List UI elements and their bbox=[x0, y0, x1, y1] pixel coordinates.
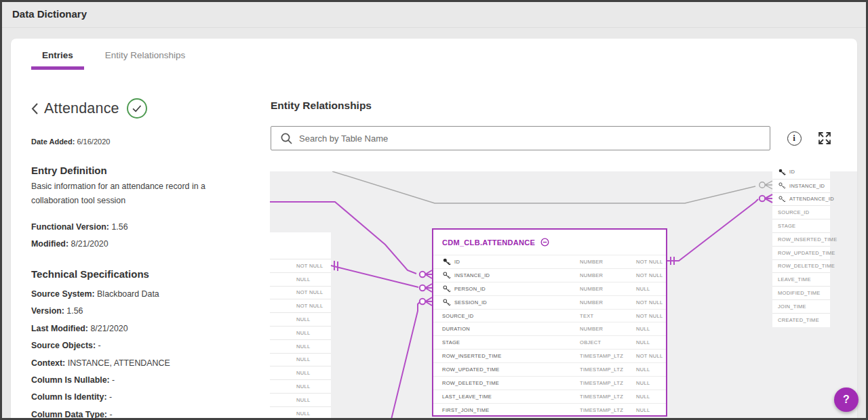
table-row: JOIN_TIME bbox=[772, 299, 830, 313]
info-icon: i bbox=[787, 131, 802, 146]
entity-table-name: CDM_CLB.ATTENDANCE bbox=[442, 238, 535, 247]
collapse-icon[interactable] bbox=[540, 238, 549, 247]
page-header: Data Dictionary bbox=[2, 2, 866, 28]
tab-entries-label: Entries bbox=[42, 50, 73, 60]
search-icon bbox=[280, 132, 293, 145]
table-row: FIRST_JOIN_TIMETIMESTAMP_LTZNULL bbox=[433, 403, 666, 417]
foreign-key-icon bbox=[778, 182, 786, 190]
entry-definition-heading: Entry Definition bbox=[31, 165, 107, 176]
entity-table-cdm-clb-attendance[interactable]: CDM_CLB.ATTENDANCE IDNUMBERNOT NULL INST… bbox=[432, 228, 667, 417]
table-row: ATTENDANCE_ID bbox=[772, 192, 830, 206]
fullscreen-button[interactable] bbox=[816, 130, 833, 146]
spec-row: Column Data Type: - bbox=[31, 406, 170, 420]
table-row: ROW_UPDATED_TIMETIMESTAMP_LTZNULL bbox=[433, 362, 666, 376]
info-button[interactable]: i bbox=[786, 130, 802, 146]
table-row: NULL bbox=[270, 353, 331, 366]
table-row: ROW_DELETED_TIME bbox=[772, 259, 830, 273]
table-row: SOURCE_IDTEXTNOT NULL bbox=[433, 309, 666, 322]
technical-specifications-heading: Technical Specifications bbox=[31, 268, 149, 280]
table-row: ROW_INSERTED_TIMETIMESTAMP_LTZNOT NULL bbox=[433, 349, 666, 362]
table-row: MODIFIED_TIME bbox=[772, 286, 830, 299]
spec-row: Source System: Blackboard Data bbox=[31, 286, 170, 303]
modified-value: 8/21/2020 bbox=[71, 239, 108, 249]
help-button[interactable]: ? bbox=[834, 387, 859, 412]
table-row: NULL bbox=[270, 379, 331, 393]
back-chevron-icon[interactable] bbox=[31, 102, 39, 115]
table-row: IDNUMBERNOT NULL bbox=[433, 255, 666, 268]
table-row: NOT NULL bbox=[270, 259, 331, 272]
foreign-key-icon bbox=[778, 195, 786, 203]
date-added-label: Date Added: bbox=[31, 138, 75, 146]
foreign-key-icon bbox=[442, 271, 451, 280]
table-row: NOT NULL bbox=[270, 286, 331, 299]
content-card: Entries Entity Relationships Attendance … bbox=[11, 39, 857, 420]
table-row: SOURCE_ID bbox=[772, 205, 830, 219]
functional-version-label: Functional Version: bbox=[31, 222, 109, 232]
modified-row: Modified: 8/21/2020 bbox=[31, 239, 108, 249]
tab-entity-relationships-label: Entity Relationships bbox=[105, 50, 186, 60]
technical-specifications-list: Source System: Blackboard Data Version: … bbox=[31, 286, 170, 420]
entry-definition-text: Basic information for an attendance reco… bbox=[31, 180, 248, 207]
table-row: INSTANCE_ID bbox=[772, 179, 830, 192]
spec-row: Column Is Identity: - bbox=[31, 389, 170, 406]
table-row: CREATED_TIME bbox=[772, 313, 830, 327]
expand-icon bbox=[817, 131, 832, 146]
left-partial-table[interactable]: NOT NULL NULL NOT NULL NOT NULL NULL NUL… bbox=[270, 232, 331, 420]
tab-bar: Entries Entity Relationships bbox=[31, 39, 196, 70]
table-row: LEAVE_TIME bbox=[772, 272, 830, 286]
functional-version-value: 1.56 bbox=[111, 222, 127, 232]
table-row: NULL bbox=[270, 339, 331, 353]
table-row: ID bbox=[772, 165, 830, 179]
entity-table-header[interactable]: CDM_CLB.ATTENDANCE bbox=[433, 230, 666, 255]
primary-key-icon bbox=[778, 168, 786, 176]
table-row: ROW_UPDATED_TIME bbox=[772, 246, 830, 259]
table-row: STAGEOBJECTNULL bbox=[433, 335, 666, 349]
primary-key-icon bbox=[442, 257, 451, 266]
spec-row: Source Objects: - bbox=[31, 337, 170, 354]
table-row: SESSION_IDNUMBERNOT NULL bbox=[433, 295, 666, 309]
table-row: ROW_DELETED_TIMETIMESTAMP_LTZNULL bbox=[433, 376, 666, 390]
functional-version-row: Functional Version: 1.56 bbox=[31, 222, 128, 232]
table-row: NULL bbox=[270, 312, 331, 326]
entity-relationships-heading: Entity Relationships bbox=[271, 100, 372, 112]
table-row: PERSON_IDNUMBERNULL bbox=[433, 282, 666, 295]
spec-row: Column Is Nullable: - bbox=[31, 372, 170, 389]
table-row: NULL bbox=[270, 406, 331, 420]
right-partial-table[interactable]: ID INSTANCE_ID ATTENDANCE_ID SOURCE_ID S… bbox=[772, 165, 830, 327]
table-row: STAGE bbox=[772, 219, 830, 232]
foreign-key-icon bbox=[442, 298, 451, 307]
entry-title: Attendance bbox=[44, 100, 119, 117]
table-row: DURATIONNUMBERNULL bbox=[433, 322, 666, 335]
table-row: LAST_LEAVE_TIMETIMESTAMP_LTZNULL bbox=[433, 390, 666, 403]
tab-entries[interactable]: Entries bbox=[31, 39, 84, 70]
table-search-box bbox=[271, 126, 770, 150]
table-row: INSTANCE_IDNUMBERNOT NULL bbox=[433, 268, 666, 282]
check-circle-icon bbox=[127, 98, 147, 119]
table-row: NULL bbox=[270, 393, 331, 406]
table-row: ROW_INSERTED_TIME bbox=[772, 232, 830, 246]
page-title: Data Dictionary bbox=[12, 8, 87, 20]
app-window: Data Dictionary Entries Entity Relations… bbox=[0, 0, 868, 420]
table-row: NOT NULL bbox=[270, 299, 331, 312]
active-tab-underline bbox=[31, 66, 84, 70]
date-added: Date Added: 6/16/2020 bbox=[31, 138, 110, 146]
table-row: NULL bbox=[270, 272, 331, 286]
foreign-key-icon bbox=[442, 285, 451, 293]
table-row: NULL bbox=[270, 326, 331, 339]
table-row: NULL bbox=[270, 366, 331, 379]
search-input[interactable] bbox=[299, 133, 770, 144]
tab-entity-relationships[interactable]: Entity Relationships bbox=[94, 39, 197, 70]
date-added-value: 6/16/2020 bbox=[77, 138, 110, 146]
modified-label: Modified: bbox=[31, 239, 68, 249]
spec-row: Context: INSTANCE, ATTENDANCE bbox=[31, 355, 170, 372]
spec-row: Version: 1.56 bbox=[31, 303, 170, 320]
entry-header: Attendance bbox=[31, 98, 147, 119]
er-diagram-canvas[interactable]: NOT NULL NULL NOT NULL NOT NULL NULL NUL… bbox=[270, 171, 857, 420]
spec-row: Last Modified: 8/21/2020 bbox=[31, 320, 170, 337]
